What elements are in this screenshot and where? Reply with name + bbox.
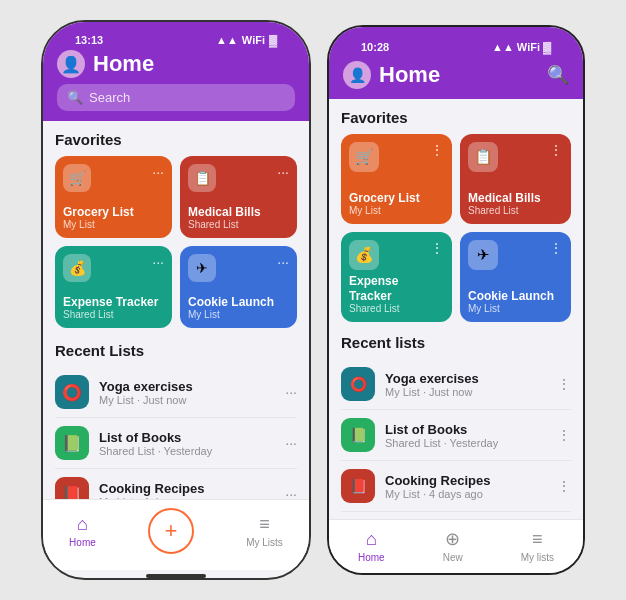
right-signal-icon: ▲▲ — [492, 41, 514, 53]
r-recipes-info: Cooking Recipes My List · 4 days ago — [385, 473, 547, 500]
left-recent-list: ⭕ Yoga exercises My List · Just now ··· … — [55, 367, 297, 499]
list-item[interactable]: 📗 List of Books Shared List · Yesterday … — [341, 410, 571, 461]
books-list-name: List of Books — [99, 430, 275, 445]
r-books-info: List of Books Shared List · Yesterday — [385, 422, 547, 449]
yoga-list-name: Yoga exercises — [99, 379, 275, 394]
left-grocery-icon: 🛒 — [63, 164, 91, 192]
list-item[interactable]: 📕 Cooking Recipes My List · 4 days ago ⋮ — [341, 461, 571, 512]
left-battery-icon: ▓ — [269, 34, 277, 46]
list-item[interactable]: ⭕ Yoga exercises My List · Just now ⋮ — [341, 359, 571, 410]
recipes-list-icon: 📕 — [55, 477, 89, 499]
recipes-list-more[interactable]: ··· — [285, 486, 297, 499]
left-expense-sub: Shared List — [63, 309, 164, 320]
left-cookie-icon: ✈ — [188, 254, 216, 282]
left-nav-mylists[interactable]: ≡ My Lists — [246, 514, 283, 548]
left-fav-card-expense[interactable]: 💰 ··· Expense Tracker Shared List — [55, 246, 172, 328]
list-item[interactable]: ☕ Best Food Places Shared List · Jan 12 … — [341, 512, 571, 519]
books-list-icon: 📗 — [55, 426, 89, 460]
r-recipes-meta: My List · 4 days ago — [385, 488, 547, 500]
left-search-icon: 🔍 — [67, 90, 83, 105]
right-medical-menu[interactable]: ⋮ — [549, 142, 563, 158]
right-cookie-icon: ✈ — [468, 240, 498, 270]
recipes-list-info: Cooking Recipes My List · 4 days ago — [99, 481, 275, 500]
list-item[interactable]: 📗 List of Books Shared List · Yesterday … — [55, 418, 297, 469]
left-time: 13:13 — [75, 34, 103, 46]
yoga-list-info: Yoga exercises My List · Just now — [99, 379, 275, 406]
left-fav-card-cookie[interactable]: ✈ ··· Cookie Launch My List — [180, 246, 297, 328]
left-nav-add-button[interactable]: + — [148, 508, 194, 554]
left-grocery-menu[interactable]: ··· — [152, 164, 164, 180]
right-nav-new[interactable]: ⊕ New — [443, 528, 463, 563]
right-nav-mylists[interactable]: ≡ My lists — [521, 529, 554, 563]
left-header-title: Home — [93, 51, 154, 77]
left-fav-card-grocery[interactable]: 🛒 ··· Grocery List My List — [55, 156, 172, 238]
left-fav-card-medical[interactable]: 📋 ··· Medical Bills Shared List — [180, 156, 297, 238]
right-new-icon: ⊕ — [445, 528, 460, 550]
right-expense-menu[interactable]: ⋮ — [430, 240, 444, 256]
right-content: Favorites 🛒 ⋮ Grocery List My List 📋 ⋮ M… — [329, 99, 583, 519]
left-recent-title: Recent Lists — [55, 342, 297, 359]
r-recipes-name: Cooking Recipes — [385, 473, 547, 488]
yoga-list-more[interactable]: ··· — [285, 384, 297, 400]
left-cookie-menu[interactable]: ··· — [277, 254, 289, 270]
right-recent-title: Recent lists — [341, 334, 571, 351]
right-medical-name: Medical Bills — [468, 191, 563, 205]
right-nav-home-label: Home — [358, 552, 385, 563]
right-grocery-icon: 🛒 — [349, 142, 379, 172]
right-recent-list: ⭕ Yoga exercises My List · Just now ⋮ 📗 … — [341, 359, 571, 519]
r-books-more[interactable]: ⋮ — [557, 427, 571, 443]
r-yoga-more[interactable]: ⋮ — [557, 376, 571, 392]
left-search-bar[interactable]: 🔍 Search — [57, 84, 295, 111]
right-avatar: 👤 — [343, 61, 371, 89]
left-expense-menu[interactable]: ··· — [152, 254, 164, 270]
left-medical-menu[interactable]: ··· — [277, 164, 289, 180]
right-fav-card-grocery[interactable]: 🛒 ⋮ Grocery List My List — [341, 134, 452, 224]
right-phone: 10:28 ▲▲ WiFi ▓ 👤 Home 🔍 Favorites — [327, 25, 585, 575]
books-list-more[interactable]: ··· — [285, 435, 297, 451]
right-expense-name: Expense Tracker — [349, 274, 444, 303]
list-item[interactable]: ⭕ Yoga exercises My List · Just now ··· — [55, 367, 297, 418]
left-cookie-sub: My List — [188, 309, 289, 320]
right-nav-mylists-label: My lists — [521, 552, 554, 563]
r-yoga-meta: My List · Just now — [385, 386, 547, 398]
left-add-icon: + — [165, 518, 178, 544]
books-list-info: List of Books Shared List · Yesterday — [99, 430, 275, 457]
right-wifi-icon: WiFi — [517, 41, 540, 53]
right-app-header: 👤 Home 🔍 — [329, 57, 583, 99]
right-nav-home[interactable]: ⌂ Home — [358, 529, 385, 563]
right-grocery-menu[interactable]: ⋮ — [430, 142, 444, 158]
right-expense-icon: 💰 — [349, 240, 379, 270]
r-recipes-more[interactable]: ⋮ — [557, 478, 571, 494]
right-medical-icon: 📋 — [468, 142, 498, 172]
left-cookie-name: Cookie Launch — [188, 295, 289, 309]
right-cookie-name: Cookie Launch — [468, 289, 563, 303]
right-home-icon: ⌂ — [366, 529, 377, 550]
r-books-name: List of Books — [385, 422, 547, 437]
right-cookie-menu[interactable]: ⋮ — [549, 240, 563, 256]
right-search-icon[interactable]: 🔍 — [547, 64, 569, 86]
right-cookie-sub: My List — [468, 303, 563, 314]
r-books-icon: 📗 — [341, 418, 375, 452]
right-fav-card-expense[interactable]: 💰 ⋮ Expense Tracker Shared List — [341, 232, 452, 322]
right-grocery-name: Grocery List — [349, 191, 444, 205]
left-wifi-icon: WiFi — [242, 34, 265, 46]
right-expense-sub: Shared List — [349, 303, 444, 314]
left-nav-home[interactable]: ⌂ Home — [69, 514, 96, 548]
r-books-meta: Shared List · Yesterday — [385, 437, 547, 449]
left-home-icon: ⌂ — [77, 514, 88, 535]
right-fav-card-medical[interactable]: 📋 ⋮ Medical Bills Shared List — [460, 134, 571, 224]
left-medical-name: Medical Bills — [188, 205, 289, 219]
right-nav-new-label: New — [443, 552, 463, 563]
r-yoga-name: Yoga exercises — [385, 371, 547, 386]
left-favorites-grid: 🛒 ··· Grocery List My List 📋 ··· Medical… — [55, 156, 297, 328]
left-bottom-nav: ⌂ Home + ≡ My Lists — [43, 499, 309, 570]
list-item[interactable]: 📕 Cooking Recipes My List · 4 days ago ·… — [55, 469, 297, 499]
left-avatar: 👤 — [57, 50, 85, 78]
left-search-placeholder: Search — [89, 90, 130, 105]
left-medical-sub: Shared List — [188, 219, 289, 230]
yoga-list-meta: My List · Just now — [99, 394, 275, 406]
left-expense-name: Expense Tracker — [63, 295, 164, 309]
right-time: 10:28 — [361, 41, 389, 53]
right-fav-card-cookie[interactable]: ✈ ⋮ Cookie Launch My List — [460, 232, 571, 322]
right-header-title: Home — [379, 62, 440, 88]
